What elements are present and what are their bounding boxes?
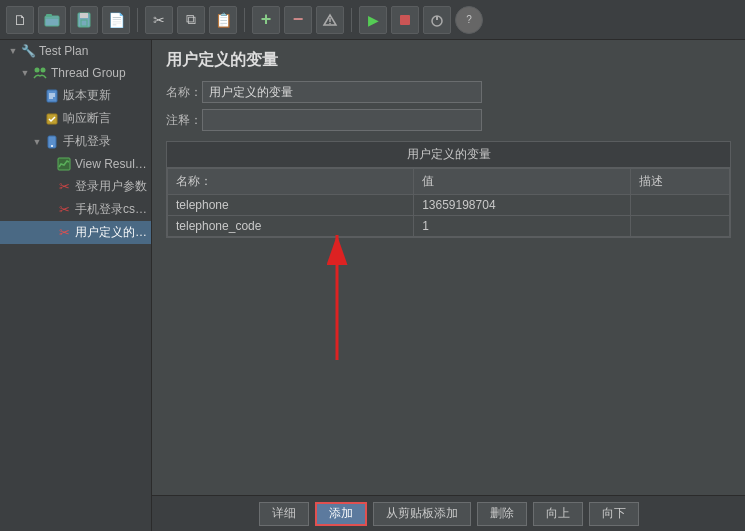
saveas-button[interactable]: 📄 xyxy=(102,6,130,34)
cell-desc xyxy=(631,216,730,237)
new-button[interactable]: 🗋 xyxy=(6,6,34,34)
cell-name: telephone xyxy=(168,195,414,216)
cell-name: telephone_code xyxy=(168,216,414,237)
table-row[interactable]: telephone_code 1 xyxy=(168,216,730,237)
sidebar-item-label: View Results Tr xyxy=(75,157,147,171)
open-button[interactable] xyxy=(38,6,66,34)
clear-button[interactable] xyxy=(316,6,344,34)
cell-value: 13659198704 xyxy=(414,195,631,216)
vars-table-wrapper: 用户定义的变量 名称： 值 描述 telephone 13659198704 xyxy=(166,141,731,238)
content-area: 用户定义的变量 名称： 注释： 用户定义的变量 名称： 值 描述 xyxy=(152,40,745,531)
svg-rect-4 xyxy=(81,20,87,26)
run-button[interactable]: ▶ xyxy=(359,6,387,34)
col-value-header: 值 xyxy=(414,169,631,195)
arrow-icon: ▼ xyxy=(8,46,18,56)
sidebar-item-login-user-params[interactable]: ▶ ✂ 登录用户参数 xyxy=(0,175,151,198)
sidebar-item-mobile-login[interactable]: ▼ 手机登录 xyxy=(0,130,151,153)
col-desc-header: 描述 xyxy=(631,169,730,195)
arrow-icon: ▼ xyxy=(20,68,30,78)
svg-rect-3 xyxy=(80,13,88,18)
paste-button[interactable]: 📋 xyxy=(209,6,237,34)
svg-point-11 xyxy=(41,68,46,73)
response-assert-icon xyxy=(44,111,60,127)
stop-button[interactable] xyxy=(391,6,419,34)
name-input[interactable] xyxy=(202,81,482,103)
svg-point-10 xyxy=(35,68,40,73)
svg-rect-7 xyxy=(400,15,410,25)
svg-point-18 xyxy=(51,145,53,147)
thread-group-icon xyxy=(32,65,48,81)
main-layout: ▼ 🔧 Test Plan ▼ Thread Group ▶ 版本更新 ▶ 响应… xyxy=(0,40,745,531)
copy-button[interactable]: ⧉ xyxy=(177,6,205,34)
up-button[interactable]: 向上 xyxy=(533,502,583,526)
delete-button[interactable]: 删除 xyxy=(477,502,527,526)
vars-table: 名称： 值 描述 telephone 13659198704 telephone… xyxy=(167,168,730,237)
comment-input[interactable] xyxy=(202,109,482,131)
down-button[interactable]: 向下 xyxy=(589,502,639,526)
table-row[interactable]: telephone 13659198704 xyxy=(168,195,730,216)
user-defined-vars-icon: ✂ xyxy=(56,225,72,241)
comment-label: 注释： xyxy=(166,112,202,129)
view-results-icon xyxy=(56,156,72,172)
sidebar-item-mobile-login-csv[interactable]: ▶ ✂ 手机登录csv配置 xyxy=(0,198,151,221)
sidebar-item-label: 手机登录csv配置 xyxy=(75,201,147,218)
test-plan-icon: 🔧 xyxy=(20,43,36,59)
detail-button[interactable]: 详细 xyxy=(259,502,309,526)
col-name-header: 名称： xyxy=(168,169,414,195)
shutdown-button[interactable] xyxy=(423,6,451,34)
name-label: 名称： xyxy=(166,84,202,101)
add-button[interactable]: + xyxy=(252,6,280,34)
sidebar-item-label: 手机登录 xyxy=(63,133,111,150)
name-row: 名称： xyxy=(166,81,731,103)
sidebar-item-thread-group[interactable]: ▼ Thread Group xyxy=(0,62,151,84)
toolbar: 🗋 📄 ✂ ⧉ 📋 + − ▶ ? xyxy=(0,0,745,40)
cut-button[interactable]: ✂ xyxy=(145,6,173,34)
sidebar-item-label: Thread Group xyxy=(51,66,126,80)
version-update-icon xyxy=(44,88,60,104)
comment-row: 注释： xyxy=(166,109,731,131)
mobile-login-csv-icon: ✂ xyxy=(56,202,72,218)
sidebar-item-version-update[interactable]: ▶ 版本更新 xyxy=(0,84,151,107)
sidebar-item-user-defined-vars[interactable]: ▶ ✂ 用户定义的变量 xyxy=(0,221,151,244)
sidebar-item-label: 登录用户参数 xyxy=(75,178,147,195)
save-button[interactable] xyxy=(70,6,98,34)
add-from-clipboard-button[interactable]: 从剪贴板添加 xyxy=(373,502,471,526)
sidebar-item-test-plan[interactable]: ▼ 🔧 Test Plan xyxy=(0,40,151,62)
remove-button[interactable]: − xyxy=(284,6,312,34)
cell-value: 1 xyxy=(414,216,631,237)
sidebar-item-view-results[interactable]: ▶ View Results Tr xyxy=(0,153,151,175)
sidebar: ▼ 🔧 Test Plan ▼ Thread Group ▶ 版本更新 ▶ 响应… xyxy=(0,40,152,531)
help-button[interactable]: ? xyxy=(455,6,483,34)
sidebar-item-label: 用户定义的变量 xyxy=(75,224,147,241)
svg-point-6 xyxy=(329,22,331,24)
table-body: telephone 13659198704 telephone_code 1 xyxy=(168,195,730,237)
login-user-params-icon: ✂ xyxy=(56,179,72,195)
sidebar-item-label: 响应断言 xyxy=(63,110,111,127)
sidebar-item-response-assert[interactable]: ▶ 响应断言 xyxy=(0,107,151,130)
add-button[interactable]: 添加 xyxy=(315,502,367,526)
svg-rect-1 xyxy=(46,14,52,17)
bottom-bar: 详细 添加 从剪贴板添加 删除 向上 向下 xyxy=(152,495,745,531)
arrow-icon: ▼ xyxy=(32,137,42,147)
table-title: 用户定义的变量 xyxy=(167,142,730,168)
page-title: 用户定义的变量 xyxy=(166,50,731,71)
sidebar-item-label: 版本更新 xyxy=(63,87,111,104)
cell-desc xyxy=(631,195,730,216)
mobile-login-icon xyxy=(44,134,60,150)
sidebar-item-label: Test Plan xyxy=(39,44,88,58)
